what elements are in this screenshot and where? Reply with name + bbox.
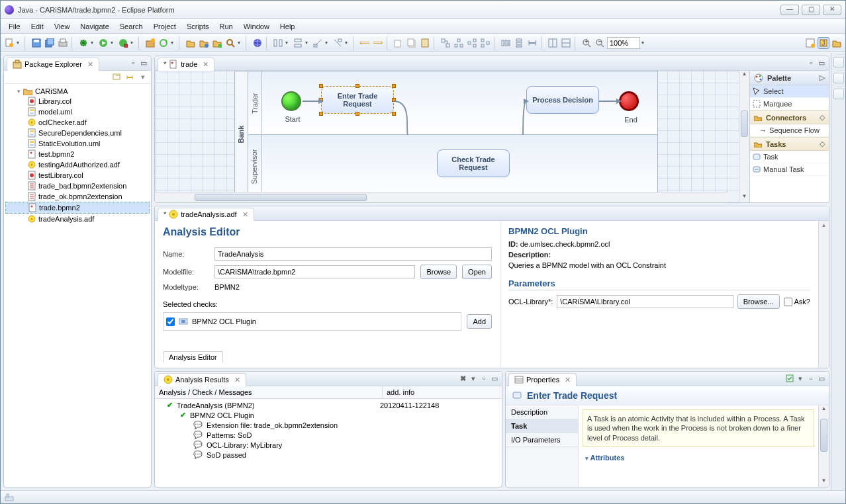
palette-tasks-drawer[interactable]: Tasks ◇ — [750, 137, 829, 151]
grid-icon-1[interactable] — [547, 37, 559, 49]
checks-list[interactable]: BPMN2 OCL Plugin — [163, 312, 461, 331]
palette-sequence-flow[interactable]: →Sequence Flow — [750, 124, 829, 137]
trim-outline-button[interactable] — [833, 73, 844, 83]
view-maximize[interactable]: ▭ — [139, 59, 148, 68]
run-last-button[interactable] — [117, 37, 129, 49]
java-perspective-button[interactable]: J — [818, 37, 829, 49]
results-minimize[interactable]: ▫ — [479, 374, 489, 384]
menu-file[interactable]: File — [3, 21, 26, 32]
editor-minimize[interactable]: ▫ — [806, 59, 816, 68]
new-button[interactable] — [3, 37, 15, 49]
package-explorer-tree[interactable]: ▾ CARiSMA Library.colmodel.umloclChecker… — [4, 84, 151, 487]
props-tab-task[interactable]: Task — [506, 419, 578, 433]
dist-icon-3[interactable] — [526, 37, 538, 49]
zoom-in-button[interactable]: + — [581, 37, 592, 49]
pin-icon[interactable]: ◇ — [820, 140, 825, 148]
file-item[interactable]: testingAddAuthorized.adf — [5, 159, 150, 170]
file-item[interactable]: trade.bpmn2 — [5, 202, 150, 214]
palette-select-tool[interactable]: Select — [750, 85, 829, 98]
palette-collapse-icon[interactable]: ▷ — [820, 73, 825, 82]
editor-maximize[interactable]: ▭ — [817, 59, 826, 68]
close-button[interactable]: ✕ — [823, 5, 841, 15]
layout-icon-4[interactable] — [479, 37, 491, 49]
start-event[interactable]: Start — [281, 91, 301, 111]
save-button[interactable] — [30, 37, 42, 49]
file-item[interactable]: SecureDependencies.uml — [5, 128, 150, 138]
align-icon-1[interactable] — [272, 37, 284, 49]
maximize-button[interactable]: ▢ — [802, 5, 820, 15]
diagram-canvas[interactable]: Bank Trader Start Enter Trade Request — [155, 71, 739, 202]
file-item[interactable]: trade_bad.bpmn2extension — [5, 181, 150, 191]
new-package-button[interactable] — [144, 37, 156, 49]
search-button[interactable] — [224, 37, 236, 49]
ask-checkbox[interactable] — [784, 298, 792, 306]
align-icon-3[interactable] — [312, 37, 324, 49]
tab-close-icon[interactable]: ✕ — [234, 376, 240, 384]
pool-bank[interactable]: Bank Trader Start Enter Trade Request — [234, 71, 658, 198]
results-maximize[interactable]: ▭ — [490, 374, 499, 384]
check-enabled-checkbox[interactable] — [166, 317, 175, 326]
browse-button[interactable]: Browse — [420, 265, 457, 279]
resource-perspective-button[interactable] — [831, 37, 843, 49]
dist-icon-2[interactable] — [513, 37, 525, 49]
props-maximize[interactable]: ▭ — [817, 374, 826, 384]
file-item[interactable]: Library.col — [5, 96, 150, 106]
add-button[interactable]: Add — [467, 314, 492, 329]
props-tab-description[interactable]: Description — [506, 405, 578, 419]
layout-icon-2[interactable] — [453, 37, 465, 49]
collapse-all-button[interactable]: − — [111, 72, 122, 83]
view-minimize[interactable]: ▫ — [128, 59, 138, 68]
forward-button[interactable]: ⟹ — [372, 37, 384, 49]
save-all-button[interactable] — [44, 37, 56, 49]
trim-tasks-button[interactable] — [833, 89, 844, 99]
menu-navigate[interactable]: Navigate — [75, 21, 114, 32]
tab-close-icon[interactable]: ✕ — [203, 60, 209, 69]
refresh-button[interactable] — [158, 37, 169, 49]
minimize-button[interactable]: — — [780, 5, 799, 15]
open-folder-2[interactable] — [198, 37, 210, 49]
align-icon-4[interactable] — [332, 37, 344, 49]
link-editor-button[interactable] — [124, 72, 135, 83]
dist-icon-1[interactable] — [500, 37, 512, 49]
project-node[interactable]: ▾ CARiSMA — [5, 87, 150, 96]
align-icon-2[interactable] — [292, 37, 304, 49]
results-tree[interactable]: ✔TradeAnalysis (BPMN2)20120411-122148 ✔B… — [155, 399, 502, 461]
layout-icon-1[interactable] — [440, 37, 451, 49]
editor-tab-trade[interactable]: trade ✕ — [158, 58, 214, 71]
properties-vscrollbar[interactable]: ▲▼ — [818, 405, 829, 487]
open-folder-3[interactable] — [211, 37, 223, 49]
expand-icon[interactable]: ▾ — [17, 88, 21, 95]
ocl-library-input[interactable] — [557, 295, 733, 308]
menu-window[interactable]: Window — [238, 21, 275, 32]
paste-2-button[interactable] — [419, 37, 431, 49]
menu-view[interactable]: View — [49, 21, 75, 32]
diagram-vscrollbar[interactable]: ▲▼ — [739, 71, 749, 202]
palette-header[interactable]: Palette ▷ — [750, 71, 829, 85]
open-perspective-button[interactable] — [804, 37, 816, 49]
zoom-input[interactable] — [607, 37, 640, 49]
package-explorer-tab[interactable]: Package Explorer ✕ — [7, 58, 99, 71]
name-input[interactable] — [214, 247, 492, 261]
file-item[interactable]: trade_ok.bpmn2extension — [5, 191, 150, 202]
clear-results-button[interactable]: ✖ — [458, 374, 467, 384]
task-enter-trade[interactable]: Enter Trade Request — [321, 86, 394, 114]
analysis-editor-tab[interactable]: tradeAnalysis.adf ✕ — [158, 208, 254, 221]
results-menu[interactable]: ▾ — [469, 374, 478, 384]
palette-manual-task[interactable]: Manual Task — [750, 163, 829, 176]
debug-button[interactable] — [77, 37, 89, 49]
menu-project[interactable]: Project — [148, 21, 181, 32]
file-item[interactable]: test.bpmn2 — [5, 149, 150, 159]
props-link-button[interactable] — [785, 374, 794, 384]
lane-supervisor[interactable]: Supervisor Check Trade Request — [248, 135, 657, 198]
menu-scripts[interactable]: Scripts — [181, 21, 214, 32]
file-item[interactable]: testLibrary.col — [5, 170, 150, 181]
end-event[interactable]: End — [619, 91, 639, 111]
menu-edit[interactable]: Edit — [26, 21, 49, 32]
zoom-out-button[interactable]: − — [594, 37, 606, 49]
zoom-dropdown[interactable]: ▾ — [641, 40, 647, 46]
properties-attributes-section[interactable]: Attributes — [579, 451, 818, 464]
properties-tab[interactable]: Properties ✕ — [508, 373, 577, 386]
globe-icon[interactable] — [252, 37, 263, 49]
palette-connectors-drawer[interactable]: Connectors ◇ — [750, 110, 829, 124]
menu-help[interactable]: Help — [275, 21, 301, 32]
